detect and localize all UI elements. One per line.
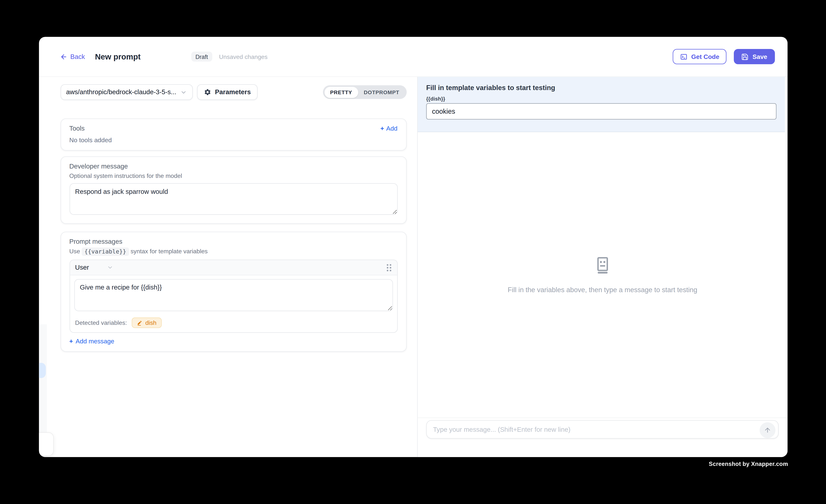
subtitle-suffix: syntax for template variables — [130, 248, 208, 254]
developer-message-card: Developer message Optional system instru… — [60, 156, 406, 224]
message-header: User — [70, 260, 397, 275]
message-body: Give me a recipe for {{dish}} Detected v… — [70, 275, 397, 332]
variable-chip-label: dish — [145, 320, 156, 326]
composer-section — [418, 418, 787, 457]
status-badge: Draft — [191, 52, 212, 62]
parameters-button[interactable]: Parameters — [197, 84, 257, 100]
unsaved-changes-text: Unsaved changes — [219, 54, 268, 60]
message-content-input[interactable]: Give me a recipe for {{dish}} — [74, 279, 393, 311]
prompt-editor-panel: aws/anthropic/bedrock-claude-3-5-s... Pa… — [39, 77, 417, 457]
template-variables-section: Fill in template variables to start test… — [418, 77, 784, 132]
gear-icon — [204, 88, 211, 96]
model-selector[interactable]: aws/anthropic/bedrock-claude-3-5-s... — [60, 84, 192, 100]
tools-card: Tools + Add No tools added — [60, 118, 406, 150]
terminal-icon — [680, 53, 688, 60]
role-selector-value: User — [75, 264, 89, 271]
robot-face-icon — [594, 256, 611, 274]
role-selector[interactable]: User — [75, 264, 113, 271]
toggle-pretty[interactable]: PRETTY — [324, 87, 358, 98]
chat-empty-state: Fill in the variables above, then type a… — [418, 132, 787, 418]
model-selector-value: aws/anthropic/bedrock-claude-3-5-s... — [66, 88, 180, 96]
arrow-up-icon — [764, 426, 771, 434]
chat-empty-text: Fill in the variables above, then type a… — [508, 286, 697, 294]
test-panel: Fill in template variables to start test… — [417, 77, 787, 457]
developer-message-input[interactable]: Respond as jack sparrow would — [69, 183, 398, 215]
add-tool-label: Add — [386, 125, 398, 132]
clipped-popup-corner — [39, 432, 54, 456]
add-message-label: Add message — [76, 337, 114, 345]
variable-key-label: {{dish}} — [426, 96, 776, 102]
developer-message-title: Developer message — [69, 163, 398, 170]
save-button[interactable]: Save — [734, 49, 775, 64]
app-window: Back New prompt Draft Unsaved changes Ge… — [39, 37, 787, 457]
floppy-disk-icon — [742, 53, 749, 60]
tools-title: Tools — [69, 125, 85, 132]
back-button[interactable]: Back — [60, 53, 85, 60]
message-block: User Give me a recipe for {{dish}} — [69, 259, 398, 333]
plus-icon: + — [69, 337, 73, 345]
chat-message-input[interactable] — [427, 421, 778, 438]
toggle-dotprompt[interactable]: DOTPROMPT — [358, 87, 405, 98]
plus-icon: + — [380, 125, 384, 132]
template-variables-title: Fill in template variables to start test… — [426, 84, 776, 91]
subtitle-prefix: Use — [69, 248, 80, 254]
page-background: Back New prompt Draft Unsaved changes Ge… — [0, 0, 826, 504]
add-message-button[interactable]: + Add message — [69, 337, 398, 345]
variable-value-input[interactable] — [426, 103, 776, 120]
parameters-label: Parameters — [215, 88, 251, 96]
developer-message-subtitle: Optional system instructions for the mod… — [69, 173, 398, 179]
chevron-down-icon — [107, 264, 113, 271]
variable-syntax-chip: {{variable}} — [82, 247, 129, 256]
get-code-button[interactable]: Get Code — [673, 49, 727, 64]
prompt-messages-title: Prompt messages — [69, 238, 398, 245]
header-actions: Get Code Save — [673, 49, 775, 64]
add-tool-button[interactable]: + Add — [380, 125, 398, 132]
tools-empty-text: No tools added — [69, 136, 398, 144]
composer-box — [426, 420, 778, 439]
detected-variables-row: Detected variables: dish — [74, 317, 393, 328]
detected-variables-label: Detected variables: — [75, 320, 127, 326]
back-label: Back — [70, 53, 85, 60]
watermark-text: Screenshot by Xnapper.com — [709, 460, 788, 467]
model-row: aws/anthropic/bedrock-claude-3-5-s... Pa… — [60, 84, 406, 100]
prompt-messages-card: Prompt messages Use {{variable}} syntax … — [60, 232, 406, 352]
get-code-label: Get Code — [691, 53, 719, 60]
page-title: New prompt — [95, 52, 140, 61]
pencil-icon — [137, 320, 143, 326]
grip-dots-icon — [386, 263, 392, 271]
prompt-messages-subtitle: Use {{variable}} syntax for template var… — [69, 248, 398, 255]
view-mode-toggle: PRETTY DOTPROMPT — [323, 85, 406, 99]
drag-handle[interactable] — [386, 263, 392, 271]
variable-chip-dish[interactable]: dish — [132, 317, 162, 328]
save-label: Save — [752, 53, 767, 60]
clipped-sidebar-highlight — [39, 363, 46, 378]
arrow-left-icon — [60, 53, 67, 60]
header-bar: Back New prompt Draft Unsaved changes Ge… — [39, 37, 787, 77]
chevron-down-icon — [180, 89, 187, 96]
